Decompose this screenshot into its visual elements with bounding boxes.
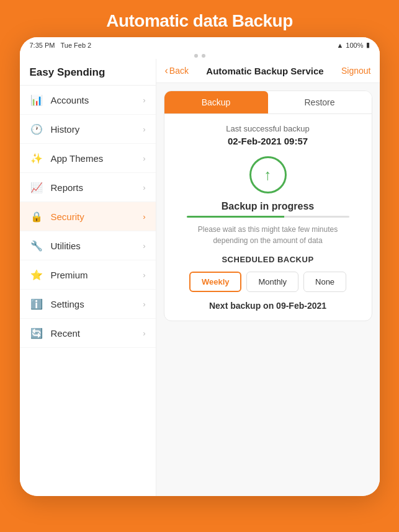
backup-progress-bar <box>187 216 349 218</box>
content-area: Backup Restore Last successful backup 02… <box>156 83 380 496</box>
tablet-dots <box>20 51 380 59</box>
sidebar-label-app-themes: App Themes <box>51 153 143 164</box>
signout-button[interactable]: Signout <box>341 66 370 76</box>
sidebar-item-security[interactable]: 🔒 Security › <box>20 202 156 231</box>
app-themes-icon: ✨ <box>30 151 43 165</box>
right-panel: ‹ Back Automatic Backup Service Signout … <box>156 59 380 496</box>
chevron-icon-app-themes: › <box>143 154 145 163</box>
chevron-icon-recent: › <box>143 329 145 338</box>
chevron-icon-accounts: › <box>143 95 145 105</box>
dot-1 <box>194 54 198 58</box>
status-right: ▲ 100% ▮ <box>336 41 369 49</box>
page-title: Automatic data Backup <box>106 11 293 30</box>
schedule-weekly-button[interactable]: Weekly <box>189 272 242 292</box>
sidebar-item-accounts[interactable]: 📊 Accounts › <box>20 86 156 115</box>
tab-restore[interactable]: Restore <box>268 91 372 113</box>
premium-icon: ⭐ <box>30 268 43 282</box>
backup-status: Backup in progress <box>174 201 362 212</box>
back-button[interactable]: ‹ Back <box>165 65 189 76</box>
back-label: Back <box>169 66 189 76</box>
history-icon: 🕐 <box>30 122 43 136</box>
wifi-icon: ▲ <box>336 42 343 49</box>
sidebar-item-recent[interactable]: 🔄 Recent › <box>20 319 156 348</box>
next-backup-date: Next backup on 09-Feb-2021 <box>174 301 362 311</box>
sidebar-label-premium: Premium <box>51 270 143 280</box>
sidebar-item-premium[interactable]: ⭐ Premium › <box>20 260 156 290</box>
backup-card: Backup Restore Last successful backup 02… <box>164 91 372 321</box>
chevron-icon-security: › <box>143 212 145 221</box>
last-backup-label: Last successful backup <box>174 124 362 133</box>
nav-title: Automatic Backup Service <box>189 66 341 76</box>
back-chevron-icon: ‹ <box>165 65 168 76</box>
reports-icon: 📈 <box>30 180 43 194</box>
recent-icon: 🔄 <box>30 326 43 340</box>
chevron-icon-history: › <box>143 125 145 134</box>
utilities-icon: 🔧 <box>30 239 43 252</box>
nav-bar: ‹ Back Automatic Backup Service Signout <box>156 59 380 83</box>
sidebar-item-utilities[interactable]: 🔧 Utilities › <box>20 231 156 260</box>
sidebar-item-history[interactable]: 🕐 History › <box>20 115 156 144</box>
sidebar-label-settings: Settings <box>51 299 143 309</box>
sidebar-item-app-themes[interactable]: ✨ App Themes › <box>20 144 156 173</box>
sidebar: Easy Spending 📊 Accounts › 🕐 History › ✨… <box>20 59 156 496</box>
last-backup-date: 02-Feb-2021 09:57 <box>174 136 362 146</box>
chevron-icon-premium: › <box>143 270 145 280</box>
sidebar-label-accounts: Accounts <box>51 95 143 105</box>
status-time: 7:35 PM <box>30 42 55 49</box>
page-header: Automatic data Backup <box>0 0 399 37</box>
sidebar-label-recent: Recent <box>51 328 143 339</box>
tab-bar: Backup Restore <box>164 91 372 114</box>
security-icon: 🔒 <box>30 210 43 223</box>
sidebar-item-reports[interactable]: 📈 Reports › <box>20 173 156 202</box>
sidebar-label-reports: Reports <box>51 182 143 193</box>
schedule-buttons: Weekly Monthly None <box>174 272 362 292</box>
tab-backup[interactable]: Backup <box>164 91 268 113</box>
battery-icon: ▮ <box>366 41 370 49</box>
chevron-icon-settings: › <box>143 299 145 309</box>
schedule-monthly-button[interactable]: Monthly <box>246 272 298 292</box>
scheduled-backup-label: SCHEDULED BACKUP <box>174 255 362 264</box>
app-body: Easy Spending 📊 Accounts › 🕐 History › ✨… <box>20 59 380 496</box>
upload-arrow-icon: ↑ <box>264 166 272 184</box>
sidebar-item-settings[interactable]: ℹ️ Settings › <box>20 290 156 319</box>
status-time-date: 7:35 PM Tue Feb 2 <box>30 42 92 49</box>
accounts-icon: 📊 <box>30 93 43 107</box>
sidebar-label-history: History <box>51 124 143 135</box>
dot-2 <box>202 54 205 58</box>
backup-progress-circle: ↑ <box>249 156 287 193</box>
backup-content: Last successful backup 02-Feb-2021 09:57… <box>164 114 372 321</box>
sidebar-app-name: Easy Spending <box>20 59 156 86</box>
schedule-none-button[interactable]: None <box>303 272 346 292</box>
tablet-container: 7:35 PM Tue Feb 2 ▲ 100% ▮ Easy Spending… <box>20 37 380 496</box>
status-bar: 7:35 PM Tue Feb 2 ▲ 100% ▮ <box>20 37 380 51</box>
sidebar-label-utilities: Utilities <box>51 241 143 251</box>
settings-icon: ℹ️ <box>30 297 43 311</box>
chevron-icon-utilities: › <box>143 241 145 250</box>
backup-info-text: Please wait as this might take few minut… <box>174 224 362 246</box>
status-date: Tue Feb 2 <box>60 42 91 49</box>
sidebar-label-security: Security <box>51 211 143 222</box>
battery-percent: 100% <box>346 42 363 49</box>
chevron-icon-reports: › <box>143 183 145 192</box>
